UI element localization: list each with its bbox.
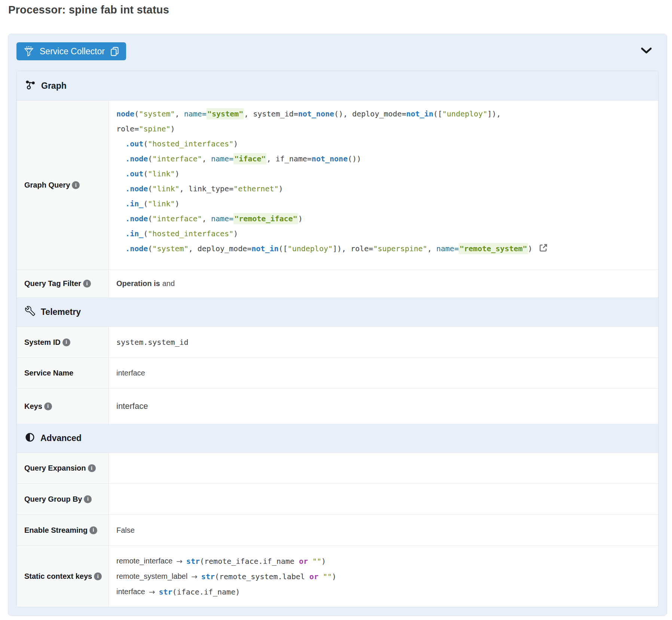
code-token [116,199,125,208]
code-token: not_none [298,109,334,118]
code-token: "superspine" [373,244,427,253]
arrow-right-icon: → [176,557,183,566]
code-token: name= [184,109,207,118]
code-line: role="spine") [116,121,658,136]
code-token: ( [148,244,152,253]
query-tag-filter-value: Operation isand [109,270,658,297]
code-token: ) [235,587,240,596]
info-icon[interactable]: i [44,402,52,410]
code-token: ]), role= [333,244,373,253]
service-name-text: interface [116,369,658,377]
static-context-key-expression: str(remote_iface.if_name or "") [186,557,326,566]
code-token: , if_name= [266,154,311,163]
section-title-advanced: Advanced [40,433,82,443]
code-token: ( [200,557,204,566]
code-token: name= [211,154,233,163]
static-context-key-name: interface [116,587,145,596]
code-token: "link" [148,169,175,178]
query-expansion-label-cell: Query Expansion i [17,453,109,483]
external-link-icon[interactable] [538,243,548,258]
code-token: , system_id= [244,109,298,118]
section-title-telemetry: Telemetry [41,307,81,317]
code-token: ) [175,169,180,178]
code-token: "link" [152,184,179,193]
info-icon[interactable]: i [72,181,80,189]
code-token [116,169,125,178]
code-token: .out [125,139,143,148]
code-token: "undeploy" [442,109,487,118]
code-token: ( [143,199,148,208]
code-token: "undeploy" [288,244,333,253]
code-token: node [116,109,134,118]
chevron-down-icon[interactable] [639,46,654,57]
info-icon[interactable]: i [88,464,96,472]
enable-streaming-label: Enable Streaming [24,526,88,535]
code-token [116,139,125,148]
code-token: ( [134,109,139,118]
info-icon[interactable]: i [84,495,92,503]
code-token: , [202,214,211,223]
keys-text: interface [116,401,658,411]
code-token: "system" [139,109,175,118]
code-token: ) [171,124,175,133]
code-token: ) [332,572,336,581]
info-icon[interactable]: i [62,338,70,346]
code-token: or [299,557,308,566]
info-icon[interactable]: i [94,572,102,580]
keys-label: Keys [24,402,42,411]
code-token: ( [143,139,148,148]
code-token: ()) [348,154,361,163]
code-token: ) [298,214,303,223]
static-context-keys-label-cell: Static context keys i [17,546,109,607]
static-context-key-line: remote_system_label→str(remote_system.la… [116,569,658,584]
code-token: ( [143,229,148,238]
code-token: "system" [207,108,244,119]
row-enable-streaming: Enable Streaming i False [17,514,658,545]
code-token: .node [125,154,148,163]
code-line: .out("hosted_interfaces") [116,136,658,151]
code-token: ( [215,572,219,581]
code-token: str [186,557,200,566]
code-line: node("system", name="system", system_id=… [116,106,658,121]
graph-network-icon [25,79,36,92]
row-query-expansion: Query Expansion i [17,453,658,483]
query-group-by-value [109,484,658,514]
processor-card-header: Service Collector [16,42,659,60]
code-token: ]), [487,109,501,118]
code-token: .in_ [125,199,143,208]
static-context-key-line: remote_interface→str(remote_iface.if_nam… [116,553,658,569]
query-tag-filter-label: Query Tag Filter [24,279,81,288]
code-token: ( [172,587,177,596]
code-token: .node [125,244,148,253]
code-token: "link" [148,199,175,208]
code-token: "spine" [139,124,170,133]
service-collector-button[interactable]: Service Collector [16,42,126,60]
code-token: ) [233,229,238,238]
code-token: not_in [406,109,433,118]
system-id-value: system.system_id [109,327,658,358]
code-token: ( [143,169,148,178]
query-tag-filter-operator: and [162,279,175,288]
static-context-key-line: interface→str(iface.if_name) [116,584,658,599]
code-token: .node [125,214,148,223]
code-line: .node("interface", name="remote_iface") [116,211,658,226]
code-token: "iface" [233,153,266,164]
row-query-tag-filter: Query Tag Filter i Operation isand [17,270,658,297]
info-icon[interactable]: i [89,526,97,534]
code-token: "remote_system" [459,243,528,254]
service-name-label-cell: Service Name [17,358,109,388]
info-icon[interactable]: i [83,280,91,288]
code-token [116,244,125,253]
code-token [116,214,125,223]
row-keys: Keys i interface [17,388,658,424]
code-token: ( [148,184,152,193]
code-token: "interface" [152,214,202,223]
section-header-advanced: Advanced [17,424,658,453]
code-line: .node("interface", name="iface", if_name… [116,151,658,166]
keys-value: interface [109,389,658,424]
section-header-telemetry: Telemetry [17,297,658,326]
code-token: , deploy_mode= [189,244,252,253]
copy-icon[interactable] [110,46,119,57]
code-token: ) [175,199,180,208]
code-token: "" [308,557,321,566]
